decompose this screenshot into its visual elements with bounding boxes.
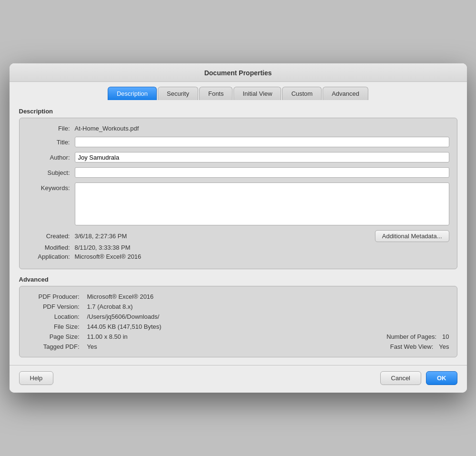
- tab-advanced[interactable]: Advanced: [323, 87, 368, 100]
- application-label: Application:: [27, 253, 70, 260]
- pdf-producer-value: Microsoft® Excel® 2016: [87, 293, 449, 300]
- file-row: File: At-Home_Workouts.pdf: [27, 125, 449, 132]
- advanced-section: Advanced PDF Producer: Microsoft® Excel®…: [19, 276, 457, 357]
- tagged-pdf-value: Yes: [87, 343, 367, 350]
- tab-initial-view[interactable]: Initial View: [233, 87, 281, 100]
- created-value: 3/6/18, 2:27:36 PM: [75, 233, 127, 240]
- additional-metadata-button[interactable]: Additional Metadata...: [375, 230, 449, 242]
- title-input[interactable]: [75, 137, 449, 147]
- subject-input[interactable]: [75, 167, 449, 178]
- ok-button[interactable]: OK: [426, 371, 457, 385]
- created-row: Created: 3/6/18, 2:27:36 PM Additional M…: [27, 230, 449, 242]
- application-row: Application: Microsoft® Excel® 2016: [27, 253, 449, 260]
- tab-description[interactable]: Description: [108, 87, 157, 100]
- description-section-box: File: At-Home_Workouts.pdf Title: Author…: [19, 118, 457, 269]
- file-size-value: 144.05 KB (147,510 Bytes): [87, 323, 449, 330]
- description-section-label: Description: [19, 108, 457, 115]
- pdf-producer-label: PDF Producer:: [27, 293, 80, 300]
- page-size-row: Page Size: 11.00 x 8.50 in Number of Pag…: [27, 333, 449, 340]
- footer-right: Cancel OK: [380, 371, 457, 385]
- tagged-pdf-row: Tagged PDF: Yes Fast Web View: Yes: [27, 343, 449, 350]
- pdf-producer-row: PDF Producer: Microsoft® Excel® 2016: [27, 293, 449, 300]
- subject-row: Subject:: [27, 167, 449, 178]
- content-area: Description File: At-Home_Workouts.pdf T…: [10, 100, 467, 365]
- modified-label: Modified:: [27, 244, 70, 251]
- tab-fonts[interactable]: Fonts: [199, 87, 233, 100]
- help-button[interactable]: Help: [19, 371, 54, 385]
- location-value: /Users/jq5606/Downloads/: [87, 313, 449, 320]
- keywords-label: Keywords:: [27, 182, 70, 192]
- document-properties-dialog: Document Properties Description Security…: [10, 63, 467, 393]
- description-section: Description File: At-Home_Workouts.pdf T…: [19, 108, 457, 269]
- footer: Help Cancel OK: [10, 365, 467, 393]
- fast-web-view-label: Fast Web View:: [366, 343, 433, 350]
- dialog-title: Document Properties: [10, 63, 467, 82]
- fast-web-view-value: Yes: [439, 343, 449, 350]
- application-value: Microsoft® Excel® 2016: [75, 253, 142, 260]
- modified-value: 8/11/20, 3:33:38 PM: [75, 244, 131, 251]
- subject-label: Subject:: [27, 169, 70, 176]
- num-pages-label: Number of Pages:: [370, 333, 436, 340]
- file-size-row: File Size: 144.05 KB (147,510 Bytes): [27, 323, 449, 330]
- location-row: Location: /Users/jq5606/Downloads/: [27, 313, 449, 320]
- created-label: Created:: [27, 233, 70, 240]
- cancel-button[interactable]: Cancel: [380, 371, 421, 385]
- author-input[interactable]: [75, 152, 449, 162]
- keywords-input[interactable]: [75, 182, 449, 225]
- tagged-pdf-label: Tagged PDF:: [27, 343, 80, 350]
- modified-row: Modified: 8/11/20, 3:33:38 PM: [27, 244, 449, 251]
- advanced-section-label: Advanced: [19, 276, 457, 283]
- title-label: Title:: [27, 139, 70, 146]
- author-row: Author:: [27, 152, 449, 162]
- pdf-version-label: PDF Version:: [27, 303, 80, 310]
- page-size-label: Page Size:: [27, 333, 80, 340]
- keywords-row: Keywords:: [27, 182, 449, 225]
- tab-custom[interactable]: Custom: [282, 87, 322, 100]
- file-value: At-Home_Workouts.pdf: [75, 125, 449, 132]
- pdf-version-row: PDF Version: 1.7 (Acrobat 8.x): [27, 303, 449, 310]
- page-size-value: 11.00 x 8.50 in: [87, 333, 370, 340]
- file-size-label: File Size:: [27, 323, 80, 330]
- file-label: File:: [27, 125, 70, 132]
- tabs-row: Description Security Fonts Initial View …: [10, 82, 467, 100]
- pdf-version-value: 1.7 (Acrobat 8.x): [87, 303, 449, 310]
- num-pages-value: 10: [442, 333, 449, 340]
- tab-security[interactable]: Security: [158, 87, 198, 100]
- location-label: Location:: [27, 313, 80, 320]
- advanced-section-box: PDF Producer: Microsoft® Excel® 2016 PDF…: [19, 286, 457, 357]
- author-label: Author:: [27, 154, 70, 161]
- title-row: Title:: [27, 137, 449, 147]
